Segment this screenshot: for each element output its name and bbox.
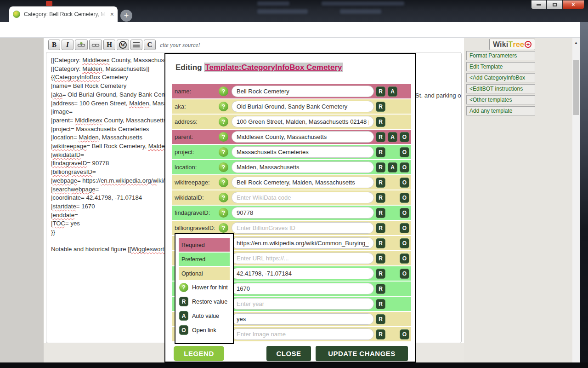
sidebar-item-format-parameters[interactable]: Format Parameters — [466, 51, 535, 60]
cite-button[interactable]: C — [144, 40, 156, 50]
sidebar-item-add-categoryinfobox[interactable]: <Add CategoryInfoBox — [466, 73, 535, 82]
browser-tab[interactable]: Category: Bell Rock Cemetery, Ma × — [9, 6, 118, 22]
help-hint-icon[interactable]: ? — [219, 102, 228, 111]
restore-value-button-billiongravesID[interactable]: R — [376, 223, 385, 233]
help-hint-icon[interactable]: ? — [219, 223, 228, 233]
input-address[interactable] — [232, 116, 374, 127]
help-hint-icon[interactable]: ? — [219, 208, 228, 218]
restore-value-button-parent[interactable]: R — [376, 132, 385, 142]
close-modal-button[interactable]: CLOSE — [266, 346, 311, 361]
open-link-button-parent[interactable]: O — [400, 132, 409, 142]
input-parent[interactable] — [232, 131, 374, 143]
restore-value-button-name[interactable]: R — [376, 86, 385, 97]
restore-value-button-findagraveID[interactable]: R — [376, 208, 385, 218]
update-changes-button[interactable]: UPDATE CHANGES — [316, 346, 408, 361]
restore-value-button-enddate[interactable]: R — [376, 299, 385, 309]
restore-value-button-coordinate[interactable]: R — [376, 269, 385, 279]
help-hint-icon[interactable]: ? — [219, 162, 228, 172]
input-wikidataID[interactable] — [232, 192, 374, 203]
input-findagraveID[interactable] — [232, 207, 374, 218]
maximize-button[interactable] — [547, 0, 562, 9]
wikitree-link-button[interactable] — [75, 40, 88, 50]
empty-slot — [388, 147, 397, 157]
input-startdate[interactable] — [232, 283, 374, 294]
help-hint-icon[interactable]: ? — [219, 147, 228, 157]
input-location[interactable] — [232, 161, 374, 173]
restore-value-button-project[interactable]: R — [376, 147, 385, 157]
restore-value-button-wikitreepage[interactable]: R — [376, 178, 385, 188]
tab-close-icon[interactable]: × — [110, 11, 114, 17]
open-link-button-wikidataID[interactable]: O — [400, 193, 409, 203]
input-enddate[interactable] — [232, 298, 374, 310]
empty-slot — [388, 223, 397, 233]
auto-value-button-parent[interactable]: A — [388, 132, 397, 142]
scrollbar-thumb[interactable] — [573, 60, 579, 115]
input-project[interactable] — [232, 146, 374, 158]
template-link[interactable]: Template:CategoryInfoBox Cemetery — [204, 63, 343, 72]
field-row-aka: aka:?R — [172, 99, 411, 114]
empty-slot — [388, 299, 397, 309]
input-billiongravesID[interactable] — [232, 222, 374, 234]
scrollbar-up-arrow[interactable]: ▲ — [572, 40, 580, 46]
row-buttons: RO — [376, 178, 411, 188]
help-hint-icon[interactable]: ? — [219, 117, 228, 126]
legend-item-label: Open link — [192, 327, 216, 334]
restore-value-button-webpage[interactable]: R — [376, 238, 385, 248]
bold-button[interactable]: B — [48, 40, 60, 50]
wikitree-logo[interactable]: WikiTree + — [489, 39, 535, 50]
auto-value-button-name[interactable]: A — [388, 86, 397, 97]
legend-item: AAuto value — [175, 309, 233, 323]
auto-value-button-location[interactable]: A — [388, 162, 397, 172]
restore-value-button-wikidataID[interactable]: R — [376, 193, 385, 203]
row-buttons: RAO — [376, 132, 411, 142]
input-name[interactable] — [232, 86, 374, 97]
sidebar-item-add-any-template[interactable]: Add any template — [466, 106, 535, 115]
restore-value-button-TOC[interactable]: R — [376, 314, 385, 324]
minimize-button[interactable] — [531, 0, 547, 9]
open-link-button-project[interactable]: O — [400, 147, 409, 157]
sidebar-item-other-templates[interactable]: <Other templates — [466, 95, 535, 104]
help-hint-icon[interactable]: ? — [219, 178, 228, 187]
italic-button[interactable]: I — [62, 40, 74, 50]
list-button[interactable] — [130, 40, 142, 50]
help-hint-icon[interactable]: ? — [219, 86, 228, 96]
empty-slot — [388, 269, 397, 279]
input-webpage[interactable] — [232, 237, 374, 249]
background-blur-shape — [257, 1, 289, 6]
link-button[interactable] — [89, 40, 102, 50]
help-hint-icon[interactable]: ? — [219, 132, 228, 142]
open-link-button-wikitreepage[interactable]: O — [400, 178, 409, 188]
sidebar-item-edit-template[interactable]: Edit Template — [466, 62, 535, 71]
row-buttons: RO — [376, 253, 411, 264]
new-tab-button[interactable]: + — [120, 10, 132, 22]
legend-button[interactable]: LEGEND — [174, 346, 224, 361]
input-aka[interactable] — [232, 101, 374, 112]
input-TOC[interactable] — [232, 313, 374, 325]
restore-value-button-location[interactable]: R — [376, 162, 385, 172]
restore-value-button-image[interactable]: R — [376, 329, 385, 339]
open-link-button-image[interactable]: O — [400, 329, 409, 339]
open-link-button-webpage[interactable]: O — [400, 238, 409, 248]
input-image[interactable] — [232, 328, 374, 340]
wikipedia-button[interactable]: W — [117, 40, 129, 50]
input-coordinate[interactable] — [232, 268, 374, 279]
restore-value-button-address[interactable]: R — [376, 117, 385, 127]
legend-item: RRestore value — [175, 294, 233, 309]
restore-value-button-aka[interactable]: R — [376, 102, 385, 112]
header-button[interactable]: H — [103, 40, 115, 50]
input-searchwebpage[interactable] — [232, 253, 374, 264]
open-link-button-location[interactable]: O — [400, 162, 409, 172]
help-hint-icon[interactable]: ? — [219, 193, 228, 202]
window-controls: × — [531, 0, 584, 9]
restore-value-button-startdate[interactable]: R — [376, 284, 385, 294]
open-link-button-searchwebpage[interactable]: O — [400, 253, 409, 264]
input-wikitreepage[interactable] — [232, 177, 374, 188]
open-link-button-billiongravesID[interactable]: O — [400, 223, 409, 233]
window-titlebar: × Category: Bell Rock Cemetery, Ma × + — [0, 0, 588, 22]
field-label-aka: aka: — [175, 103, 219, 110]
open-link-button-coordinate[interactable]: O — [400, 269, 409, 279]
close-window-button[interactable]: × — [562, 0, 584, 9]
open-link-button-findagraveID[interactable]: O — [400, 208, 409, 218]
restore-value-button-searchwebpage[interactable]: R — [376, 253, 385, 264]
sidebar-item-editbot-instructions[interactable]: <EditBOT instructions — [466, 84, 535, 93]
